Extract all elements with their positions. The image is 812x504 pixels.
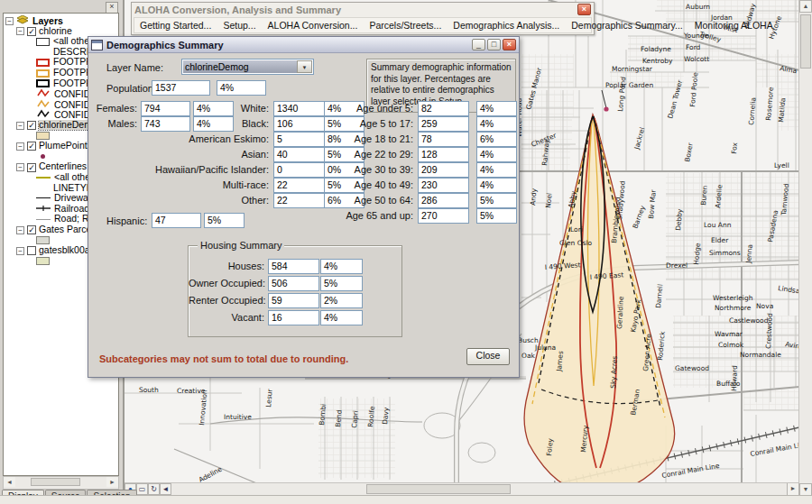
housing-value-field[interactable]: 16 bbox=[268, 310, 319, 325]
layer-checkbox[interactable]: ✓ bbox=[27, 163, 36, 172]
rounding-warning-text: Subcategories may not sum to total due t… bbox=[99, 353, 348, 364]
street-label: Foley bbox=[545, 437, 555, 456]
scroll-down-icon[interactable]: ▼ bbox=[799, 483, 812, 496]
menu-item-5[interactable]: Demographics Summary... bbox=[571, 20, 683, 31]
fill-gray-symbol bbox=[36, 236, 50, 244]
age-row: Age 5 to 17:2594% bbox=[88, 116, 521, 132]
aloha-window-title: ALOHA Conversion, Analysis and Summary bbox=[134, 5, 576, 15]
expander-icon[interactable]: − bbox=[5, 17, 14, 25]
aloha-window: ALOHA Conversion, Analysis and Summary ×… bbox=[131, 2, 595, 35]
age-pct-field[interactable]: 5% bbox=[476, 193, 517, 208]
age-value-field[interactable]: 259 bbox=[418, 116, 469, 132]
age-value-field[interactable]: 128 bbox=[418, 147, 469, 162]
age-pct-field[interactable]: 4% bbox=[476, 178, 517, 193]
layer-checkbox[interactable] bbox=[27, 246, 36, 255]
layout-view-button[interactable]: ▭ bbox=[136, 483, 148, 495]
map-horizontal-scrollbar[interactable]: ► bbox=[177, 482, 799, 496]
population-value-field[interactable]: 1537 bbox=[152, 80, 210, 96]
map-vertical-scrollbar[interactable]: ▲ ▼ bbox=[798, 0, 812, 496]
hscroll-thumb[interactable] bbox=[366, 484, 511, 494]
age-pct-field[interactable]: 5% bbox=[476, 208, 517, 224]
street-label: Rosemore bbox=[764, 87, 775, 121]
street-label: Conrail Main Line bbox=[661, 462, 721, 480]
rect-red-symbol bbox=[36, 59, 50, 67]
expander-icon[interactable]: − bbox=[16, 142, 24, 151]
scroll-up-icon[interactable]: ▲ bbox=[799, 0, 812, 13]
housing-pct-field[interactable]: 4% bbox=[320, 259, 363, 274]
hispanic-pct-field[interactable]: 5% bbox=[204, 213, 245, 228]
housing-value-field[interactable]: 59 bbox=[268, 293, 319, 308]
menu-item-6[interactable]: Monitoring ALOHA bbox=[695, 20, 773, 31]
street-label: Oak bbox=[521, 352, 535, 360]
layer-checkbox[interactable]: ✓ bbox=[27, 142, 36, 151]
vscroll-thumb[interactable] bbox=[800, 14, 811, 69]
dialog-maximize-button[interactable]: □ bbox=[487, 39, 501, 50]
confidence-line-symbol bbox=[36, 109, 51, 120]
scroll-left-icon[interactable]: ◄ bbox=[4, 477, 15, 487]
age-value-field[interactable]: 270 bbox=[418, 208, 469, 224]
age-pct-field[interactable]: 4% bbox=[476, 101, 517, 116]
housing-label: Renter Occupied: bbox=[189, 295, 264, 306]
street-label: Andy bbox=[529, 188, 539, 206]
age-value-field[interactable]: 82 bbox=[418, 101, 469, 116]
street-label: Buffalo bbox=[716, 380, 741, 388]
expander-icon[interactable]: − bbox=[16, 27, 24, 35]
street-label: Simmons bbox=[709, 249, 741, 257]
dialog-minimize-button[interactable]: _ bbox=[472, 39, 485, 50]
toc-hscroll-thumb[interactable] bbox=[31, 478, 80, 486]
toc-horizontal-scrollbar[interactable]: ◄ ► bbox=[3, 476, 119, 490]
pause-draw-button[interactable]: ◄ bbox=[160, 483, 171, 495]
menu-item-2[interactable]: ALOHA Conversion... bbox=[268, 20, 358, 31]
layers-icon bbox=[16, 15, 29, 26]
housing-value-field[interactable]: 584 bbox=[268, 259, 319, 274]
aloha-titlebar[interactable]: ALOHA Conversion, Analysis and Summary × bbox=[132, 3, 594, 16]
housing-pct-field[interactable]: 4% bbox=[320, 310, 363, 325]
age-value-field[interactable]: 286 bbox=[418, 193, 469, 208]
layer-checkbox[interactable]: ✓ bbox=[27, 225, 36, 234]
sidebar-item-chlorine[interactable]: −✓chlorine bbox=[5, 26, 118, 37]
street-label: South bbox=[139, 386, 159, 394]
layer-checkbox[interactable]: ✓ bbox=[27, 121, 36, 130]
dialog-close-icon[interactable]: × bbox=[503, 39, 516, 50]
age-pct-field[interactable]: 6% bbox=[476, 132, 517, 147]
dialog-titlebar[interactable]: Demographics Summary _ □ × bbox=[88, 37, 519, 53]
expander-icon[interactable]: − bbox=[16, 247, 24, 255]
menu-item-3[interactable]: Parcels/Streets... bbox=[369, 20, 441, 31]
expander-icon[interactable]: − bbox=[16, 122, 24, 130]
menu-item-1[interactable]: Setup... bbox=[223, 20, 255, 31]
street-label: Busch bbox=[518, 336, 539, 344]
line-black-symbol bbox=[36, 197, 51, 199]
housing-row: Vacant:164% bbox=[189, 310, 401, 327]
age-pct-field[interactable]: 4% bbox=[476, 162, 517, 178]
population-label: Population: bbox=[106, 83, 156, 94]
street-label: Boxer bbox=[683, 142, 695, 163]
hispanic-value-field[interactable]: 47 bbox=[152, 213, 201, 228]
menu-item-4[interactable]: Demographics Analysis... bbox=[453, 20, 559, 31]
age-value-field[interactable]: 78 bbox=[418, 132, 469, 147]
population-pct-field[interactable]: 4% bbox=[217, 80, 266, 96]
expander-icon[interactable]: − bbox=[16, 226, 24, 234]
street-label: Lyell bbox=[774, 161, 789, 170]
chevron-down-icon[interactable]: ▼ bbox=[297, 60, 312, 73]
close-button[interactable]: Close bbox=[466, 348, 510, 365]
age-label: Age 30 to 39: bbox=[88, 164, 413, 175]
scroll-right-icon[interactable]: ► bbox=[106, 477, 118, 487]
age-pct-field[interactable]: 4% bbox=[476, 147, 517, 162]
age-pct-field[interactable]: 4% bbox=[476, 116, 517, 132]
toc-root-row[interactable]: −Layers bbox=[5, 15, 118, 26]
housing-pct-field[interactable]: 2% bbox=[320, 293, 363, 308]
aloha-close-button[interactable]: × bbox=[577, 4, 591, 15]
age-value-field[interactable]: 209 bbox=[418, 162, 469, 178]
housing-value-field[interactable]: 506 bbox=[268, 276, 319, 291]
expander-icon[interactable]: − bbox=[16, 163, 24, 171]
age-value-field[interactable]: 230 bbox=[418, 178, 469, 193]
housing-pct-field[interactable]: 5% bbox=[320, 276, 363, 291]
layer-checkbox[interactable]: ✓ bbox=[27, 27, 36, 36]
age-label: Age under 5: bbox=[88, 103, 413, 114]
layer-name-combobox[interactable]: chlorineDemog ▼ bbox=[181, 59, 314, 75]
refresh-view-button[interactable]: ↻ bbox=[148, 483, 160, 495]
toc-root-label: Layers bbox=[32, 15, 63, 26]
menu-item-0[interactable]: Getting Started... bbox=[140, 20, 211, 31]
scroll-right-icon[interactable]: ► bbox=[787, 483, 799, 496]
rect-orange-symbol bbox=[36, 69, 50, 78]
